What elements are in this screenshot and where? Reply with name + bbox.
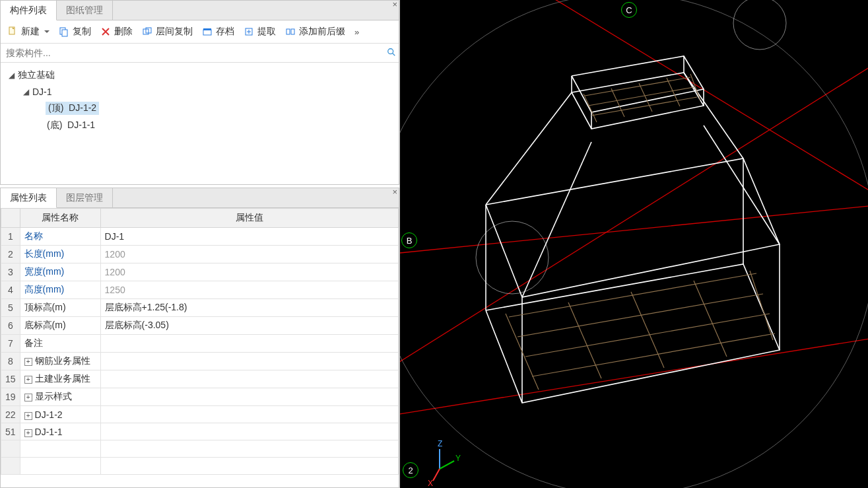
property-row[interactable]: 6底标高(m)层底标高(-3.05) xyxy=(1,317,399,335)
delete-button[interactable]: 删除 xyxy=(96,23,137,40)
row-number[interactable]: 5 xyxy=(1,299,20,317)
row-number[interactable]: 22 xyxy=(1,406,20,423)
viewport-3d[interactable]: Z Y X B C 2 xyxy=(400,0,868,488)
property-row-empty xyxy=(1,458,399,475)
row-number[interactable]: 4 xyxy=(1,281,20,299)
axis-x-label: X xyxy=(428,479,433,488)
svg-line-42 xyxy=(591,97,697,116)
tree-leaf-top[interactable]: (顶) DJ-1-2 xyxy=(6,100,399,117)
tree-leaf-bottom[interactable]: (底) DJ-1-1 xyxy=(6,117,399,134)
tab-label: 构件列表 xyxy=(10,5,47,15)
row-number[interactable]: 15 xyxy=(1,370,20,388)
property-value[interactable]: 1250 xyxy=(100,281,398,299)
svg-point-17 xyxy=(476,221,549,294)
property-row[interactable]: 4高度(mm)1250 xyxy=(1,281,399,299)
copy-button[interactable]: 复制 xyxy=(55,23,95,40)
extract-button[interactable]: 提取 xyxy=(240,23,280,40)
archive-button[interactable]: 存档 xyxy=(198,23,238,40)
svg-line-26 xyxy=(522,142,591,297)
svg-line-40 xyxy=(585,77,690,96)
svg-line-11 xyxy=(393,53,395,55)
button-label: 提取 xyxy=(257,26,276,38)
expand-icon[interactable]: + xyxy=(24,376,32,384)
close-icon[interactable]: × xyxy=(392,187,397,197)
property-value[interactable] xyxy=(100,370,398,388)
property-value[interactable] xyxy=(100,353,398,370)
row-number[interactable]: 51 xyxy=(1,423,20,440)
grid-marker-2: 2 xyxy=(403,462,418,478)
tab-layer-mgmt[interactable]: 图层管理 xyxy=(57,188,113,207)
row-number[interactable]: 8 xyxy=(1,353,20,370)
new-button[interactable]: 新建 xyxy=(3,23,53,40)
property-row[interactable]: 7备注 xyxy=(1,335,399,353)
property-value[interactable]: 层底标高(-3.05) xyxy=(100,317,398,335)
tab-drawings-mgmt[interactable]: 图纸管理 xyxy=(57,1,113,20)
property-row[interactable]: 19+显示样式 xyxy=(1,388,399,406)
property-value[interactable]: 层底标高+1.25(-1.8) xyxy=(100,299,398,317)
property-value[interactable] xyxy=(100,406,398,423)
viewport-canvas[interactable]: Z Y X xyxy=(400,0,868,488)
component-search xyxy=(1,44,399,63)
property-name: +显示样式 xyxy=(20,388,100,406)
property-value[interactable] xyxy=(100,335,398,353)
property-value[interactable]: DJ-1 xyxy=(100,228,398,246)
property-row[interactable]: 15+土建业务属性 xyxy=(1,370,399,388)
svg-line-14 xyxy=(545,0,868,198)
row-number[interactable]: 1 xyxy=(1,228,20,246)
expand-icon[interactable]: + xyxy=(24,394,32,401)
property-row[interactable]: 2长度(mm)1200 xyxy=(1,246,399,263)
property-value[interactable] xyxy=(100,388,398,406)
svg-point-16 xyxy=(400,0,868,488)
caret-down-icon[interactable]: ◢ xyxy=(9,71,17,80)
col-value-header: 属性值 xyxy=(100,209,398,228)
archive-icon xyxy=(202,26,213,37)
row-number[interactable]: 6 xyxy=(1,317,20,335)
tree-node-root[interactable]: ◢ 独立基础 xyxy=(6,67,399,84)
row-number[interactable]: 2 xyxy=(1,246,20,263)
button-label: 新建 xyxy=(21,26,40,38)
property-name: 宽度(mm) xyxy=(20,263,100,281)
component-tree[interactable]: ◢ 独立基础 ◢ DJ-1 (顶) DJ-1-2 (底) DJ-1-1 xyxy=(1,63,399,167)
property-value[interactable] xyxy=(100,423,398,440)
prefix-suffix-button[interactable]: 添加前后缀 xyxy=(281,23,349,40)
expand-icon[interactable]: + xyxy=(24,358,32,366)
layer-copy-button[interactable]: 层间复制 xyxy=(138,23,197,40)
button-label: 复制 xyxy=(73,26,91,38)
property-name: +DJ-1-2 xyxy=(20,406,100,423)
expand-icon[interactable]: + xyxy=(24,412,32,420)
property-row[interactable]: 5顶标高(m)层底标高+1.25(-1.8) xyxy=(1,299,399,317)
tree-node-dj1[interactable]: ◢ DJ-1 xyxy=(6,84,399,100)
row-number[interactable]: 7 xyxy=(1,335,20,353)
property-row[interactable]: 8+钢筋业务属性 xyxy=(1,353,399,370)
tab-properties[interactable]: 属性列表 xyxy=(1,188,57,208)
search-input[interactable] xyxy=(1,44,384,62)
tab-label: 图纸管理 xyxy=(66,5,103,15)
toolbar-overflow-button[interactable]: » xyxy=(351,24,363,40)
grid-marker-c: C xyxy=(621,2,637,18)
row-number[interactable]: 19 xyxy=(1,388,20,406)
property-row[interactable]: 51+DJ-1-1 xyxy=(1,423,399,440)
tree-label: DJ-1 xyxy=(31,86,53,98)
tab-components-list[interactable]: 构件列表 xyxy=(1,1,57,20)
properties-grid[interactable]: 属性名称 属性值 1名称DJ-12长度(mm)12003宽度(mm)12004高… xyxy=(1,208,399,487)
svg-point-18 xyxy=(733,0,786,50)
property-row[interactable]: 1名称DJ-1 xyxy=(1,228,399,246)
property-value[interactable]: 1200 xyxy=(100,263,398,281)
axis-z-label: Z xyxy=(438,439,442,448)
row-number[interactable]: 3 xyxy=(1,263,20,281)
button-label: 删除 xyxy=(114,26,133,38)
search-icon[interactable] xyxy=(384,48,399,59)
svg-rect-0 xyxy=(9,27,15,34)
close-icon[interactable]: × xyxy=(392,0,397,9)
caret-down-icon[interactable]: ◢ xyxy=(23,87,31,96)
property-value[interactable]: 1200 xyxy=(100,246,398,263)
svg-line-33 xyxy=(525,314,770,357)
property-row[interactable]: 3宽度(mm)1200 xyxy=(1,263,399,281)
tree-label: (底) DJ-1-1 xyxy=(46,119,96,132)
svg-line-45 xyxy=(639,83,652,112)
property-name: +钢筋业务属性 xyxy=(20,353,100,370)
svg-line-24 xyxy=(684,73,743,158)
property-row[interactable]: 22+DJ-1-2 xyxy=(1,406,399,423)
expand-icon[interactable]: + xyxy=(24,429,32,437)
chevron-down-icon xyxy=(44,30,50,33)
